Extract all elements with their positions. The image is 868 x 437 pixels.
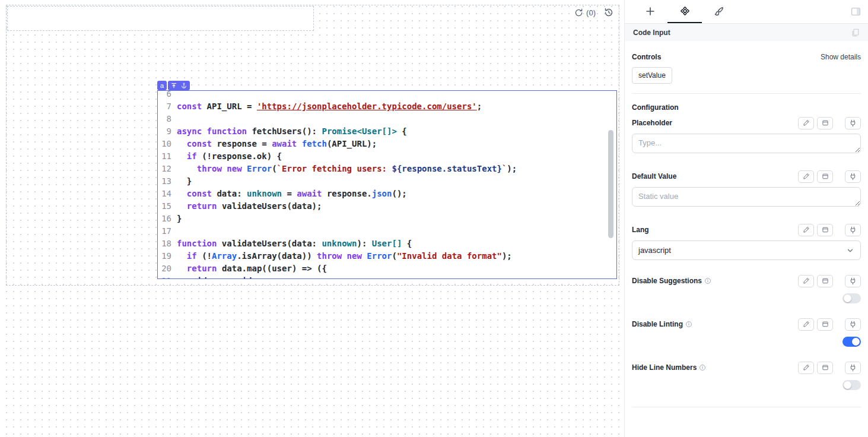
configuration-section: Configuration PlaceholderDefault ValueLa… — [632, 103, 861, 407]
line-number: 7 — [160, 100, 177, 113]
canvas-toolbar: (0) — [574, 8, 613, 17]
default-value-bind-button[interactable] — [845, 170, 861, 183]
window-icon — [822, 321, 829, 328]
controls-title: Controls — [632, 53, 661, 61]
code-line-21[interactable]: 21 id: user.id, — [158, 275, 616, 278]
code-line-12[interactable]: 12 throw new Error(`Error fetching users… — [158, 163, 616, 175]
window-icon — [822, 364, 829, 371]
code-line-16[interactable]: 16} — [158, 213, 616, 225]
hide-line-numbers-toggle[interactable] — [842, 380, 861, 390]
line-number: 11 — [160, 150, 177, 163]
code-text: return validateUsers(data); — [177, 200, 322, 213]
placeholder-bind-button[interactable] — [845, 117, 861, 129]
code-input-widget[interactable]: a 67const API_URL = 'https://jsonplaceho… — [157, 90, 617, 279]
info-icon[interactable] — [704, 277, 711, 284]
disable-linting-bind-button[interactable] — [845, 318, 861, 331]
hide-line-numbers-bind-button[interactable] — [845, 362, 861, 374]
lang-selected-value: javascript — [638, 246, 671, 255]
code-line-20[interactable]: 20 return data.map((user) => ({ — [158, 262, 616, 275]
header-container-outline — [7, 6, 314, 31]
refresh-button[interactable]: (0) — [574, 8, 596, 17]
property-panel: Code Input Controls Show details setValu… — [625, 0, 868, 437]
disable-linting-insert-button[interactable] — [817, 318, 833, 331]
line-number: 12 — [160, 163, 177, 175]
tab-components[interactable] — [667, 0, 702, 23]
disable-suggestions-edit-button[interactable] — [798, 275, 814, 287]
disable-linting-toggle[interactable] — [842, 337, 861, 347]
code-text: const response = await fetch(API_URL); — [177, 138, 377, 150]
pencil-icon — [803, 277, 810, 284]
code-line-10[interactable]: 10 const response = await fetch(API_URL)… — [158, 138, 616, 150]
default-value-input[interactable] — [632, 187, 861, 207]
code-line-6[interactable]: 6 — [158, 91, 616, 100]
widget-title: Code Input — [633, 28, 670, 37]
code-line-11[interactable]: 11 if (!response.ok) { — [158, 150, 616, 163]
widget-actions-chip[interactable] — [168, 81, 190, 90]
code-line-17[interactable]: 17 — [158, 225, 616, 238]
widget-name-chip[interactable]: a — [157, 81, 167, 90]
placeholder-edit-button[interactable] — [798, 117, 814, 129]
lang-insert-button[interactable] — [817, 224, 833, 236]
configuration-title: Configuration — [632, 103, 861, 112]
code-line-18[interactable]: 18function validateUsers(data: unknown):… — [158, 238, 616, 250]
hide-line-numbers-edit-button[interactable] — [798, 362, 814, 374]
widget-selection-chips: a — [157, 81, 190, 90]
code-line-19[interactable]: 19 if (!Array.isArray(data)) throw new E… — [158, 250, 616, 262]
window-icon — [822, 226, 829, 233]
default-value-insert-button[interactable] — [817, 170, 833, 183]
code-text: const data: unknown = await response.jso… — [177, 188, 407, 200]
code-line-15[interactable]: 15 return validateUsers(data); — [158, 200, 616, 213]
field-disable-suggestions: Disable Suggestions — [632, 274, 861, 303]
disable-suggestions-bind-button[interactable] — [845, 275, 861, 287]
widget-name-label: a — [160, 83, 164, 89]
plug-icon — [849, 173, 857, 180]
code-text: } — [177, 213, 182, 225]
placeholder-insert-button[interactable] — [817, 117, 833, 129]
toggle-knob — [844, 381, 851, 389]
docs-button[interactable] — [851, 28, 860, 37]
code-line-8[interactable]: 8 — [158, 113, 616, 125]
code-text: function validateUsers(data: unknown): U… — [177, 238, 412, 250]
disable-suggestions-insert-button[interactable] — [817, 275, 833, 287]
code-editor[interactable]: 67const API_URL = 'https://jsonplacehold… — [158, 91, 616, 278]
refresh-icon — [574, 8, 583, 17]
panel-collapse-button[interactable] — [851, 7, 861, 17]
code-line-14[interactable]: 14 const data: unknown = await response.… — [158, 188, 616, 200]
disable-suggestions-toggle[interactable] — [842, 293, 861, 303]
code-line-13[interactable]: 13 } — [158, 175, 616, 188]
show-details-link[interactable]: Show details — [821, 53, 861, 61]
code-line-9[interactable]: 9async function fetchUsers(): Promise<Us… — [158, 125, 616, 138]
field-lang: Langjavascript — [632, 223, 861, 260]
canvas[interactable]: (0) a 67const API_URL = 'https://jsonpla… — [0, 0, 625, 437]
lang-bind-button[interactable] — [845, 224, 861, 236]
code-line-7[interactable]: 7const API_URL = 'https://jsonplaceholde… — [158, 100, 616, 113]
history-button[interactable] — [604, 8, 613, 17]
editor-scrollbar[interactable] — [608, 130, 613, 238]
history-icon — [604, 8, 613, 17]
line-number: 20 — [160, 262, 177, 275]
line-number: 9 — [160, 125, 177, 138]
hide-line-numbers-label: Hide Line Numbers — [632, 363, 697, 372]
lang-select[interactable]: javascript — [632, 240, 861, 260]
code-text: const API_URL = 'https://jsonplaceholder… — [177, 100, 482, 113]
align-top-icon — [171, 83, 177, 88]
info-icon[interactable] — [685, 321, 692, 328]
tab-styles[interactable] — [702, 0, 736, 23]
pencil-icon — [803, 364, 810, 371]
info-icon[interactable] — [699, 364, 706, 371]
field-disable-linting: Disable Linting — [632, 318, 861, 347]
hide-line-numbers-insert-button[interactable] — [817, 362, 833, 374]
line-number: 21 — [160, 275, 177, 278]
default-value-edit-button[interactable] — [798, 170, 814, 183]
lang-edit-button[interactable] — [798, 224, 814, 236]
setvalue-button[interactable]: setValue — [632, 67, 672, 84]
tab-add[interactable] — [633, 0, 667, 23]
placeholder-input[interactable] — [632, 134, 861, 153]
line-number: 14 — [160, 188, 177, 200]
code-text: id: user.id, — [177, 275, 257, 278]
disable-suggestions-label: Disable Suggestions — [632, 277, 702, 285]
line-number: 18 — [160, 238, 177, 250]
plug-icon — [849, 364, 857, 372]
plus-icon — [646, 7, 655, 16]
disable-linting-edit-button[interactable] — [798, 318, 814, 331]
